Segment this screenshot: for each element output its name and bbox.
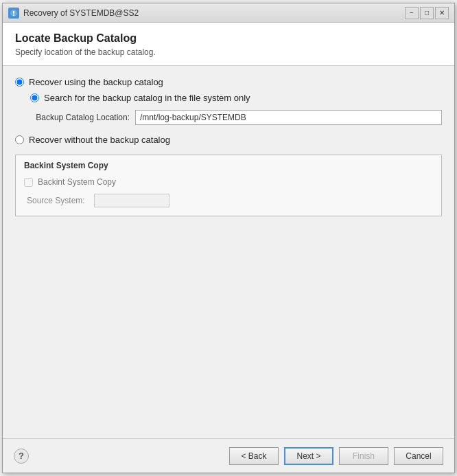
search-filesystem-radio[interactable]	[30, 93, 39, 102]
page-title: Locate Backup Catalog	[15, 32, 442, 45]
cancel-button[interactable]: Cancel	[394, 447, 443, 465]
backint-legend: Backint System Copy	[24, 161, 433, 170]
search-filesystem-label: Search for the backup catalog in the fil…	[44, 93, 250, 103]
footer-left: ?	[14, 449, 229, 464]
svg-rect-2	[13, 14, 14, 16]
recover-using-catalog-label: Recover using the backup catalog	[29, 77, 163, 87]
help-button[interactable]: ?	[14, 449, 29, 464]
sub-options: Search for the backup catalog in the fil…	[30, 93, 442, 103]
window-icon	[8, 8, 19, 19]
backint-checkbox-row[interactable]: Backint System Copy	[24, 177, 433, 187]
recover-options-group: Recover using the backup catalog Search …	[15, 77, 442, 145]
page-subtitle: Specify location of the backup catalog.	[15, 47, 442, 57]
recover-using-catalog-radio[interactable]	[15, 78, 24, 87]
recover-without-catalog-radio[interactable]	[15, 135, 24, 144]
header-section: Locate Backup Catalog Specify location o…	[3, 23, 454, 66]
finish-button[interactable]: Finish	[339, 447, 388, 465]
back-button[interactable]: < Back	[229, 447, 279, 465]
maximize-button[interactable]: □	[420, 7, 434, 19]
backint-checkbox-label: Backint System Copy	[38, 177, 116, 187]
title-bar: Recovery of SYSTEMDB@SS2 − □ ✕	[3, 3, 454, 23]
window-controls: − □ ✕	[405, 7, 449, 19]
recover-without-catalog-label: Recover without the backup catalog	[29, 135, 170, 145]
footer: ? < Back Next > Finish Cancel	[3, 438, 454, 473]
search-filesystem-option[interactable]: Search for the backup catalog in the fil…	[30, 93, 442, 103]
close-button[interactable]: ✕	[435, 7, 449, 19]
minimize-button[interactable]: −	[405, 7, 419, 19]
footer-buttons: < Back Next > Finish Cancel	[229, 447, 443, 465]
next-button[interactable]: Next >	[284, 447, 333, 465]
content-area: Recover using the backup catalog Search …	[3, 66, 454, 438]
recover-using-catalog-option[interactable]: Recover using the backup catalog	[15, 77, 442, 87]
backint-checkbox[interactable]	[24, 178, 33, 187]
main-window: Recovery of SYSTEMDB@SS2 − □ ✕ Locate Ba…	[2, 3, 455, 473]
window-title: Recovery of SYSTEMDB@SS2	[23, 8, 405, 18]
source-system-input[interactable]	[94, 194, 169, 207]
recover-without-catalog-option[interactable]: Recover without the backup catalog	[15, 135, 442, 145]
backup-catalog-location-label: Backup Catalog Location:	[30, 113, 130, 122]
source-system-label: Source System:	[27, 196, 89, 205]
svg-rect-1	[13, 11, 14, 14]
backint-group: Backint System Copy Backint System Copy …	[15, 155, 442, 216]
backup-catalog-location-input[interactable]	[135, 110, 442, 125]
source-system-row: Source System:	[27, 194, 433, 207]
backup-catalog-location-row: Backup Catalog Location:	[30, 110, 442, 125]
